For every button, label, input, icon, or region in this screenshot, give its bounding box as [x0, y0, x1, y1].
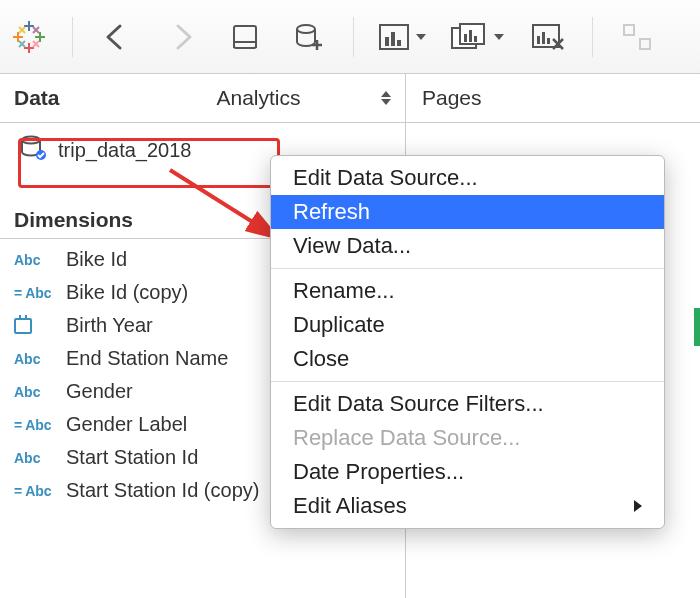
clear-sheet-button[interactable]	[528, 17, 568, 57]
svg-rect-26	[464, 34, 467, 42]
svg-rect-31	[542, 32, 545, 44]
tab-label: Analytics	[217, 86, 301, 110]
datasource-context-menu: Edit Data Source...RefreshView Data...Re…	[270, 155, 665, 529]
svg-point-17	[297, 25, 315, 33]
svg-point-37	[22, 137, 40, 144]
menu-item[interactable]: Edit Data Source Filters...	[271, 387, 664, 421]
menu-item-label: Edit Data Source...	[293, 165, 478, 191]
field-label: Gender	[66, 380, 133, 403]
toolbar-divider	[592, 17, 593, 57]
chevron-down-icon	[494, 34, 504, 40]
save-button[interactable]	[225, 17, 265, 57]
field-label: Bike Id	[66, 248, 127, 271]
tableau-logo-icon	[10, 18, 48, 56]
menu-item-label: Duplicate	[293, 312, 385, 338]
svg-rect-28	[474, 36, 477, 42]
menu-item[interactable]: Edit Aliases	[271, 489, 664, 523]
field-label: Start Station Id	[66, 446, 198, 469]
menu-item-label: Edit Aliases	[293, 493, 407, 519]
menu-item: Replace Data Source...	[271, 421, 664, 455]
pages-shelf-header: Pages	[406, 74, 700, 123]
field-label: End Station Name	[66, 347, 228, 370]
string-type-icon: Abc	[14, 483, 56, 499]
string-type-icon: Abc	[14, 285, 56, 301]
field-label: Gender Label	[66, 413, 187, 436]
duplicate-sheet-button[interactable]	[450, 22, 504, 52]
menu-item[interactable]: Close	[271, 342, 664, 376]
svg-rect-21	[385, 37, 389, 46]
new-worksheet-button[interactable]	[378, 23, 426, 51]
menu-item-label: Replace Data Source...	[293, 425, 520, 451]
tab-data[interactable]: Data	[0, 74, 203, 122]
string-type-icon: Abc	[14, 417, 56, 433]
sort-icon	[381, 91, 391, 105]
menu-item-label: Edit Data Source Filters...	[293, 391, 544, 417]
datasource-icon	[20, 135, 48, 166]
menu-item-label: Refresh	[293, 199, 370, 225]
field-label: Start Station Id (copy)	[66, 479, 259, 502]
svg-rect-32	[547, 38, 550, 44]
menu-item[interactable]: Refresh	[271, 195, 664, 229]
field-label: Bike Id (copy)	[66, 281, 188, 304]
green-edge-peek	[694, 308, 700, 346]
date-type-icon	[14, 318, 56, 334]
new-datasource-button[interactable]	[289, 17, 329, 57]
menu-item-label: Date Properties...	[293, 459, 464, 485]
menu-item[interactable]: Date Properties...	[271, 455, 664, 489]
svg-rect-22	[391, 32, 395, 46]
svg-rect-16	[234, 26, 256, 48]
forward-button[interactable]	[161, 17, 201, 57]
back-button[interactable]	[97, 17, 137, 57]
menu-item[interactable]: Rename...	[271, 274, 664, 308]
chevron-down-icon	[416, 34, 426, 40]
menu-item-label: Close	[293, 346, 349, 372]
svg-rect-36	[640, 39, 650, 49]
toolbar-divider	[72, 17, 73, 57]
menu-item[interactable]: View Data...	[271, 229, 664, 263]
menu-item[interactable]: Duplicate	[271, 308, 664, 342]
toolbar-divider	[353, 17, 354, 57]
submenu-arrow-icon	[634, 500, 642, 512]
tab-analytics[interactable]: Analytics	[203, 74, 406, 122]
string-type-icon: Abc	[14, 384, 56, 400]
tab-label: Data	[14, 86, 60, 110]
svg-rect-35	[624, 25, 634, 35]
toolbar	[0, 0, 700, 74]
menu-separator	[271, 381, 664, 382]
field-label: Birth Year	[66, 314, 153, 337]
datasource-name: trip_data_2018	[58, 139, 191, 162]
string-type-icon: Abc	[14, 252, 56, 268]
string-type-icon: Abc	[14, 450, 56, 466]
svg-rect-27	[469, 30, 472, 42]
svg-rect-30	[537, 36, 540, 44]
menu-item-label: Rename...	[293, 278, 395, 304]
menu-item[interactable]: Edit Data Source...	[271, 161, 664, 195]
string-type-icon: Abc	[14, 351, 56, 367]
swap-button[interactable]	[617, 17, 657, 57]
side-tabs: Data Analytics	[0, 74, 405, 123]
svg-rect-23	[397, 40, 401, 46]
svg-rect-29	[533, 25, 559, 47]
menu-separator	[271, 268, 664, 269]
menu-item-label: View Data...	[293, 233, 411, 259]
